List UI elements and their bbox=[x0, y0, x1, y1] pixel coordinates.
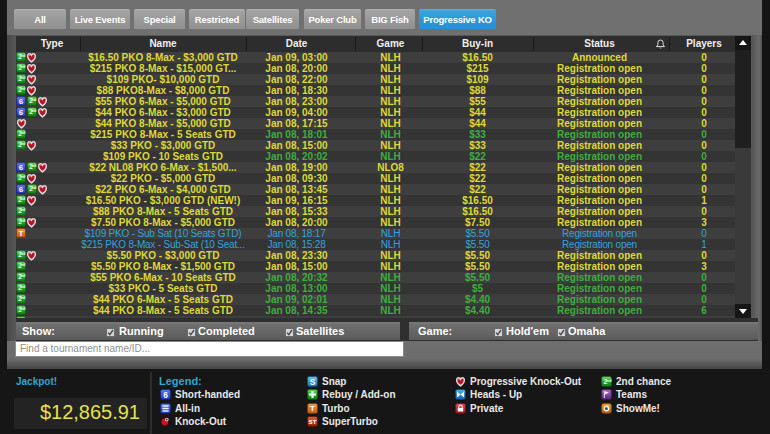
svg-text:T: T bbox=[310, 404, 315, 413]
svg-text:nd: nd bbox=[21, 274, 26, 278]
svg-text:nd: nd bbox=[21, 263, 26, 267]
svg-text:6: 6 bbox=[163, 390, 168, 400]
svg-text:6: 6 bbox=[19, 97, 24, 106]
svg-text:nd: nd bbox=[21, 296, 26, 300]
svg-text:T: T bbox=[19, 229, 24, 238]
svg-text:6: 6 bbox=[19, 108, 24, 117]
svg-text:6: 6 bbox=[19, 185, 24, 194]
svg-text:nd: nd bbox=[21, 208, 26, 212]
svg-text:nd: nd bbox=[21, 131, 26, 135]
svg-text:nd: nd bbox=[21, 285, 26, 289]
svg-text:nd: nd bbox=[606, 377, 612, 382]
svg-text:nd: nd bbox=[21, 307, 26, 311]
svg-text:6: 6 bbox=[19, 163, 24, 172]
svg-text:S: S bbox=[310, 376, 316, 386]
svg-text:ST: ST bbox=[309, 418, 317, 425]
